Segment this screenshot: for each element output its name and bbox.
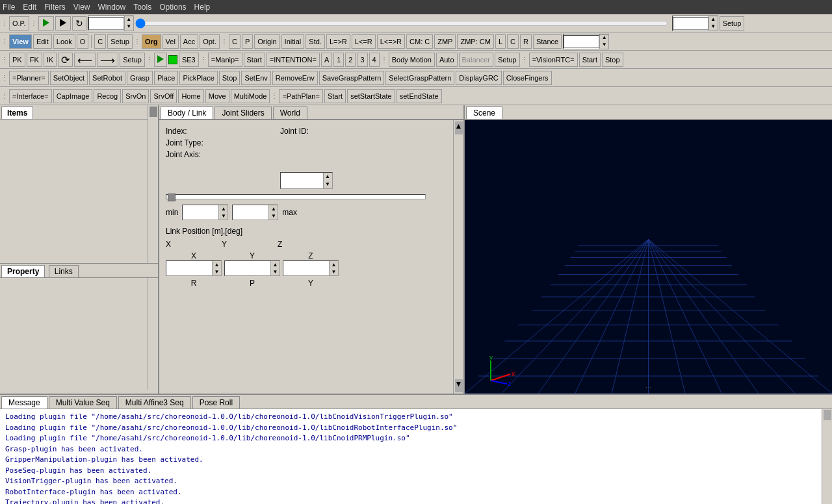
- time-up[interactable]: ▲: [124, 16, 133, 23]
- menu-options[interactable]: Options: [159, 3, 186, 12]
- 1-button[interactable]: 1: [333, 53, 344, 67]
- tab-message[interactable]: Message: [1, 396, 47, 409]
- joint-value-input[interactable]: 0.00: [281, 173, 323, 188]
- grasp-button[interactable]: Grasp: [127, 71, 153, 85]
- op-button[interactable]: O.P.: [9, 16, 29, 31]
- play-outline-button[interactable]: [55, 16, 71, 31]
- pk-button[interactable]: PK: [9, 53, 25, 67]
- time-spinbox[interactable]: 0.00 ▲ ▼: [88, 16, 134, 31]
- center-scroll-down[interactable]: ▼: [455, 379, 463, 392]
- fk-button[interactable]: FK: [27, 53, 42, 67]
- look-button[interactable]: Look: [53, 34, 75, 49]
- menu-file[interactable]: File: [3, 3, 15, 12]
- log-area[interactable]: Loading plugin file "/home/asahi/src/cho…: [0, 409, 822, 504]
- display-grc-button[interactable]: DisplayGRC: [456, 71, 502, 85]
- c-button-1[interactable]: C: [94, 34, 106, 49]
- time-input[interactable]: 0.00: [88, 17, 124, 30]
- x-input[interactable]: 0.0000: [166, 261, 212, 275]
- joint-value-down[interactable]: ▼: [323, 181, 332, 188]
- std-button[interactable]: Std.: [306, 34, 325, 49]
- set-robot-button[interactable]: SetRobot: [89, 71, 125, 85]
- menu-filters[interactable]: Filters: [44, 3, 66, 12]
- se3-button[interactable]: SE3: [179, 53, 199, 67]
- save-grasp-button[interactable]: SaveGraspPattern: [319, 71, 385, 85]
- planner-button[interactable]: =Planner=: [9, 71, 49, 85]
- view-button[interactable]: View: [9, 34, 32, 49]
- property-vscrollbar[interactable]: [148, 278, 158, 390]
- z-up[interactable]: ▲: [329, 261, 338, 268]
- left-scroll-thumb[interactable]: [150, 107, 157, 117]
- auto-button[interactable]: Auto: [436, 53, 458, 67]
- tab-multi-value-seq[interactable]: Multi Value Seq: [49, 396, 117, 409]
- l-button[interactable]: L: [495, 34, 506, 49]
- setup-button-1[interactable]: Setup: [720, 16, 745, 31]
- max-spinbox[interactable]: 0.00 ▲ ▼: [232, 205, 278, 220]
- manip-button[interactable]: =Manip=: [208, 53, 242, 67]
- manip-start-button[interactable]: Start: [244, 53, 265, 67]
- 4-button[interactable]: 4: [369, 53, 380, 67]
- interface-button[interactable]: =Interface=: [9, 89, 52, 103]
- set-start-state-button[interactable]: setStartState: [347, 89, 395, 103]
- setup-button-4[interactable]: Setup: [495, 53, 520, 67]
- items-tab[interactable]: Items: [1, 107, 33, 119]
- l-from-r-button[interactable]: L<=R: [352, 34, 376, 49]
- z-spinbox[interactable]: 0.0000 ▲ ▼: [283, 260, 339, 276]
- r-button[interactable]: R: [520, 34, 532, 49]
- edit-button[interactable]: Edit: [33, 34, 52, 49]
- l-both-r-button[interactable]: L<=>R: [377, 34, 405, 49]
- center-vscrollbar[interactable]: ▲ ▼: [453, 120, 463, 394]
- vel-button[interactable]: Vel: [162, 34, 179, 49]
- center-scroll-up[interactable]: ▲: [455, 121, 463, 134]
- pick-place-button[interactable]: PickPlace: [179, 71, 217, 85]
- y-down[interactable]: ▼: [270, 268, 280, 275]
- stance-input[interactable]: 0.1500: [564, 35, 599, 48]
- zmp-button[interactable]: ZMP: [434, 34, 456, 49]
- path-start-button[interactable]: Start: [324, 89, 346, 103]
- remove-env-button[interactable]: RemoveEnv: [272, 71, 318, 85]
- joint-value-spinbox[interactable]: 0.00 ▲ ▼: [280, 172, 333, 189]
- intention-button[interactable]: =INTENTION=: [266, 53, 320, 67]
- time-down[interactable]: ▼: [124, 23, 133, 31]
- multi-mode-button[interactable]: MultiMode: [231, 89, 270, 103]
- menu-view[interactable]: View: [73, 3, 90, 12]
- max-input[interactable]: 0.00: [233, 205, 268, 220]
- srv-off-button[interactable]: SrvOff: [150, 89, 177, 103]
- balancer-button[interactable]: Balancer: [459, 53, 493, 67]
- setup-button-3[interactable]: Setup: [120, 53, 145, 67]
- time-max-down[interactable]: ▼: [708, 23, 718, 31]
- org-button[interactable]: Org: [142, 34, 161, 49]
- left-vscrollbar[interactable]: [148, 105, 158, 263]
- x-down[interactable]: ▼: [212, 268, 221, 275]
- joint-slider-thumb[interactable]: [168, 194, 176, 201]
- min-spinbox[interactable]: 0.00 ▲ ▼: [182, 205, 228, 220]
- stance-down[interactable]: ▼: [599, 42, 608, 49]
- menu-help[interactable]: Help: [194, 3, 211, 12]
- set-object-button[interactable]: SetObject: [50, 71, 88, 85]
- 2-button[interactable]: 2: [345, 53, 356, 67]
- tab-joint-sliders[interactable]: Joint Sliders: [214, 107, 271, 119]
- log-scroll-thumb[interactable]: [824, 410, 831, 420]
- time-max-input[interactable]: 30.00: [673, 17, 708, 30]
- cm-c-button[interactable]: CM: C: [406, 34, 433, 49]
- stop-button-1[interactable]: Stop: [219, 71, 240, 85]
- 3-button[interactable]: 3: [357, 53, 367, 67]
- a-button[interactable]: A: [321, 53, 332, 67]
- tab-body-link[interactable]: Body / Link: [161, 107, 213, 119]
- scene-canvas[interactable]: x y z ···: [465, 120, 832, 394]
- tab-world[interactable]: World: [273, 107, 307, 119]
- links-tab[interactable]: Links: [49, 265, 79, 277]
- play-icon-btn[interactable]: [154, 53, 167, 67]
- ik-icon-2[interactable]: ⟵: [74, 53, 96, 67]
- refresh-button[interactable]: ↻: [72, 16, 86, 31]
- opt-button[interactable]: Opt.: [200, 34, 220, 49]
- zmp-cm-button[interactable]: ZMP: CM: [457, 34, 493, 49]
- y-spinbox[interactable]: 0.0000 ▲ ▼: [224, 260, 280, 276]
- p-button[interactable]: P: [242, 34, 253, 49]
- vision-stop-button[interactable]: Stop: [602, 53, 623, 67]
- ik-icon-3[interactable]: ⟶: [97, 53, 118, 67]
- joint-slider-track[interactable]: [166, 194, 426, 199]
- tab-scene[interactable]: Scene: [466, 107, 502, 119]
- time-max-spinbox[interactable]: 30.00 ▲ ▼: [672, 16, 718, 31]
- o-button[interactable]: O: [77, 34, 89, 49]
- tab-multi-affine3-seq[interactable]: Multi Affine3 Seq: [118, 396, 191, 409]
